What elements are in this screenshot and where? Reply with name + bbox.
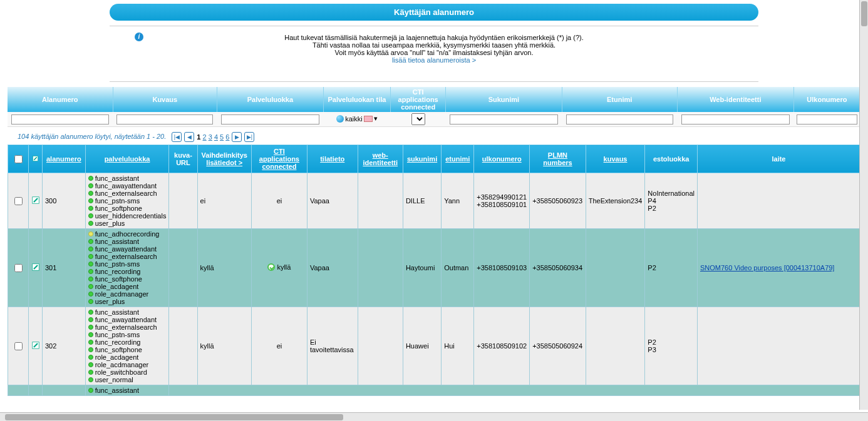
- edit-button[interactable]: [29, 229, 43, 307]
- filter-select-cti[interactable]: [411, 113, 425, 125]
- chevron-down-icon[interactable]: ▾: [374, 114, 378, 123]
- cell-kuva: [169, 173, 197, 229]
- filter-input-palveluluokka[interactable]: [221, 114, 320, 124]
- select-all-checkbox[interactable]: [14, 155, 23, 163]
- help-link[interactable]: lisää tietoa alanumeroista >: [392, 56, 476, 64]
- status-dot-icon: [88, 221, 93, 226]
- cell-ulko: +358108509102: [474, 307, 530, 385]
- table-row: func_assistant: [8, 385, 860, 396]
- cell-esto: P2P3: [645, 307, 698, 385]
- col-esto: estoluokka: [653, 155, 689, 163]
- status-dot-icon: [88, 176, 93, 181]
- filter-header-web[interactable]: Web-identiteetti: [677, 87, 793, 112]
- edit-header: [29, 145, 43, 173]
- status-dot-icon: [88, 362, 93, 367]
- filter-bar: Alanumero Kuvaus Palveluluokka Palvelulu…: [8, 87, 860, 127]
- col-laite: laite: [772, 155, 785, 163]
- device-link[interactable]: SNOM760 Video purposes [000413710A79]: [700, 264, 834, 271]
- status-dot-icon: [88, 370, 93, 375]
- pager-page-6[interactable]: 6: [225, 133, 229, 141]
- filter-input-alanumero[interactable]: [11, 114, 109, 124]
- filter-header-sukunimi[interactable]: Sukunimi: [446, 87, 562, 112]
- status-dot-icon: [88, 310, 93, 315]
- col-plmn[interactable]: PLMN numbers: [543, 151, 572, 166]
- check-icon: [267, 263, 275, 271]
- pager-page-3[interactable]: 3: [209, 133, 212, 141]
- status-dot-icon: [88, 340, 93, 345]
- pager-page-2[interactable]: 2: [203, 133, 207, 141]
- cell-cti: ei: [251, 173, 307, 229]
- cell-sukunimi: Huawei: [403, 307, 441, 385]
- col-alanumero[interactable]: alanumero: [46, 155, 81, 163]
- col-web[interactable]: web-identiteetti: [363, 151, 398, 166]
- pager: |◀ ◀ 1 2 3 4 5 6 ▶ ▶|: [172, 132, 254, 142]
- pager-page-4[interactable]: 4: [214, 133, 218, 141]
- filter-input-sukunimi[interactable]: [450, 114, 557, 124]
- cell-palveluluokka: func_assistant: [85, 385, 169, 396]
- cell-vaihde: ei: [197, 173, 251, 229]
- status-dot-icon: [88, 299, 93, 304]
- filter-input-ulko[interactable]: [797, 114, 857, 124]
- cell-tila: Vapaa: [307, 173, 358, 229]
- filter-input-etunimi[interactable]: [566, 114, 673, 124]
- col-vaihde-link[interactable]: lisätiedot >: [206, 159, 242, 166]
- table-row: 301func_adhocrecordingfunc_assistantfunc…: [8, 229, 860, 307]
- filter-header-kuvaus[interactable]: Kuvaus: [113, 87, 217, 112]
- pager-page-1[interactable]: 1: [197, 133, 200, 141]
- cell-kuvaus: TheExtension234: [586, 173, 645, 229]
- pager-prev-button[interactable]: ◀: [184, 132, 194, 142]
- help-block: i Haut tukevat täsmällisiä hakutermejä j…: [110, 31, 758, 76]
- row-checkbox[interactable]: [14, 342, 23, 350]
- result-summary: 104 käyttäjän alanumero löytyi, näytetää…: [18, 133, 166, 140]
- cell-kuva: [169, 229, 197, 307]
- filter-header-etunimi[interactable]: Etunimi: [562, 87, 677, 112]
- vertical-scrollbar[interactable]: [859, 0, 868, 403]
- status-dot-icon: [88, 239, 93, 244]
- pager-page-5[interactable]: 5: [220, 133, 224, 141]
- cell-etunimi: Hui: [442, 307, 474, 385]
- cell-plmn: +358505060924: [530, 307, 586, 385]
- status-dot-icon: [88, 269, 93, 274]
- help-line: Haut tukevat täsmällisiä hakutermejä ja …: [110, 34, 758, 41]
- status-dot-icon: [88, 206, 93, 211]
- col-etunimi[interactable]: etunimi: [445, 155, 470, 163]
- filter-header-cti[interactable]: CTI applications connected: [391, 87, 446, 112]
- filter-input-kuvaus[interactable]: [116, 114, 213, 124]
- status-dot-icon: [88, 347, 93, 352]
- cell-kuvaus: [586, 229, 645, 307]
- edit-button[interactable]: [29, 173, 43, 229]
- filter-header-palveluluokka[interactable]: Palveluluokka: [217, 87, 323, 112]
- results-table: alanumero palveluluokka kuva-URL Vaihdel…: [8, 145, 860, 396]
- col-palveluluokka[interactable]: palveluluokka: [105, 155, 150, 163]
- filter-input-web[interactable]: [681, 114, 790, 124]
- cell-palveluluokka: func_adhocrecordingfunc_assistantfunc_aw…: [85, 229, 169, 307]
- edit-button[interactable]: [29, 307, 43, 385]
- cell-kuvaus: [586, 307, 645, 385]
- table-row: 300func_assistantfunc_awayattendantfunc_…: [8, 173, 860, 229]
- pager-next-button[interactable]: ▶: [232, 132, 242, 142]
- col-ulko[interactable]: ulkonumero: [482, 155, 522, 163]
- cell-web: [358, 229, 403, 307]
- status-dot-icon: [88, 246, 93, 251]
- status-dot-icon: [88, 213, 93, 218]
- pager-last-button[interactable]: ▶|: [244, 132, 254, 142]
- filter-header-tila[interactable]: Palveluluokan tila: [323, 87, 390, 112]
- cell-plmn: +358505060934: [530, 229, 586, 307]
- filter-header-alanumero[interactable]: Alanumero: [8, 87, 113, 112]
- col-tilatieto[interactable]: tilatieto: [320, 155, 344, 163]
- row-checkbox[interactable]: [14, 197, 23, 205]
- filter-tila-select[interactable]: kaikki ▾: [336, 114, 378, 123]
- col-sukunimi[interactable]: sukunimi: [407, 155, 437, 163]
- cell-alanumero: 301: [43, 229, 86, 307]
- globe-icon: [336, 115, 344, 123]
- status-dot-icon: [88, 317, 93, 322]
- status-dot-icon: [88, 198, 93, 203]
- col-kuvaus[interactable]: kuvaus: [604, 155, 628, 163]
- eraser-icon[interactable]: [364, 116, 373, 122]
- status-dot-icon: [88, 355, 93, 360]
- cell-palveluluokka: func_assistantfunc_awayattendantfunc_ext…: [85, 307, 169, 385]
- col-cti[interactable]: CTI applications connected: [259, 148, 299, 170]
- row-checkbox[interactable]: [14, 264, 23, 272]
- filter-header-ulko[interactable]: Ulkonumero: [793, 87, 860, 112]
- pager-first-button[interactable]: |◀: [172, 132, 182, 142]
